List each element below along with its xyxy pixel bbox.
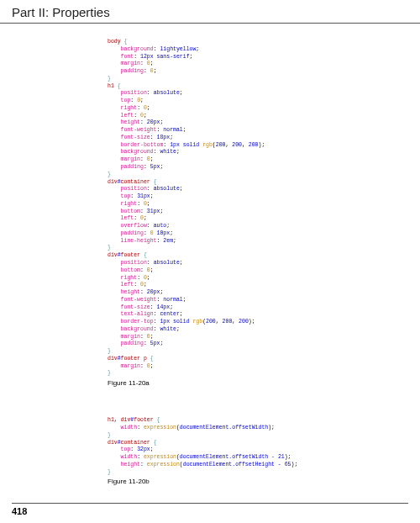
header-title: Part II: Properties [12, 5, 420, 19]
code-listing-b: h1, div#footer { width: expression(docum… [0, 402, 420, 476]
code-listing-a: body { background: lightyellow; font: 12… [0, 24, 420, 378]
figure-caption-b: Figure 11-20b [0, 476, 420, 485]
page-number: 418 [12, 503, 408, 516]
page-header: Part II: Properties [0, 0, 420, 24]
figure-caption-a: Figure 11-20a [0, 378, 420, 387]
